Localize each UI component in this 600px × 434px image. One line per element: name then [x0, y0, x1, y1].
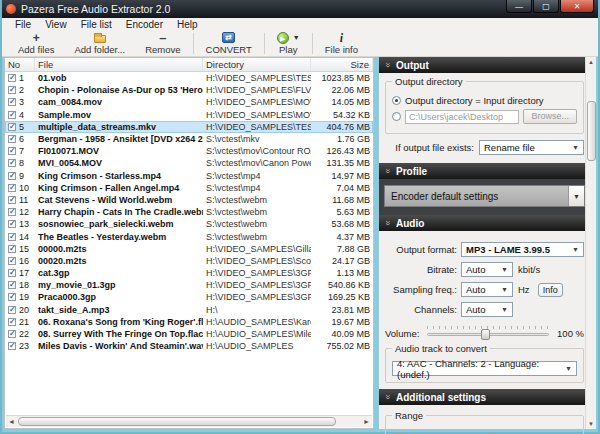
row-checkbox[interactable] — [8, 98, 16, 106]
bitrate-combo[interactable]: Auto ▼ — [461, 262, 513, 277]
menu-view[interactable]: View — [38, 19, 74, 30]
radio-same-directory[interactable] — [392, 96, 401, 105]
combo-arrow-icon[interactable]: ▼ — [568, 246, 583, 253]
menu-file-list[interactable]: File list — [74, 19, 119, 30]
table-row[interactable]: 3 cam_0084.mov H:\VIDEO_SAMPLES\MOV 14.0… — [5, 96, 373, 108]
section-header-profile[interactable]: » Profile — [379, 163, 590, 179]
row-checkbox[interactable] — [8, 184, 16, 192]
combo-arrow-icon[interactable]: ▼ — [497, 266, 512, 273]
row-checkbox[interactable] — [8, 147, 16, 155]
row-checkbox[interactable] — [8, 135, 16, 143]
collapse-chevron-icon[interactable]: » — [383, 394, 393, 399]
horizontal-scrollbar[interactable]: ◄ ► — [6, 415, 372, 427]
convert-button[interactable]: ⇄ CONVERT — [196, 31, 262, 56]
row-checkbox[interactable] — [8, 196, 16, 204]
table-row[interactable]: 14 The Beatles - Yesterday.webm S:\vctes… — [5, 230, 373, 242]
column-header-size[interactable]: Size — [311, 58, 373, 71]
table-row[interactable]: 1 01.vob H:\VIDEO_SAMPLES\TEST_FILES 102… — [5, 72, 373, 84]
close-button[interactable]: ✕ — [560, 0, 594, 13]
add-folder-button[interactable]: Add folder... — [64, 31, 135, 56]
info-button[interactable]: Info — [538, 283, 563, 297]
table-row[interactable]: 6 Bergman - 1958 - Ansiktet [DVD x264 21… — [5, 133, 373, 145]
add-files-button[interactable]: + Add files — [8, 31, 64, 56]
column-header-no[interactable]: No — [5, 58, 35, 71]
scroll-down-icon[interactable]: ▼ — [588, 419, 594, 429]
row-checkbox[interactable] — [8, 233, 16, 241]
table-row[interactable]: 20 takt_side_A.mp3 H:\ 23.81 MB — [5, 304, 373, 316]
slider-thumb[interactable] — [481, 329, 490, 340]
combo-arrow-icon[interactable]: ▼ — [568, 144, 583, 151]
menu-help[interactable]: Help — [170, 19, 205, 30]
row-checkbox[interactable] — [8, 220, 16, 228]
table-row[interactable]: 13 sosnowiec_park_sielecki.webm S:\vctes… — [5, 218, 373, 230]
menu-encoder[interactable]: Encoder — [119, 19, 170, 30]
output-path-field[interactable]: C:\Users\jacek\Desktop — [405, 110, 519, 124]
combo-arrow-icon[interactable]: ▼ — [561, 365, 576, 372]
collapse-chevron-icon[interactable]: » — [383, 168, 393, 173]
row-checkbox[interactable] — [8, 257, 16, 265]
play-button[interactable]: ▶ ▼ Play — [267, 31, 310, 56]
channels-combo[interactable]: Auto ▼ — [461, 302, 513, 317]
volume-slider[interactable] — [427, 326, 549, 340]
column-header-file[interactable]: File — [35, 58, 203, 71]
table-row[interactable]: 5 multiple_data_streams.mkv H:\VIDEO_SAM… — [5, 121, 373, 133]
row-checkbox[interactable] — [8, 281, 16, 289]
row-checkbox[interactable] — [8, 208, 16, 216]
combo-arrow-icon[interactable]: ▼ — [497, 306, 512, 313]
table-row[interactable]: 8 MVI_0054.MOV S:\vctest\mov\Canon Power… — [5, 157, 373, 169]
menu-file[interactable]: File — [8, 19, 38, 30]
row-checkbox[interactable] — [8, 342, 16, 350]
section-header-additional[interactable]: » Additional settings — [379, 389, 590, 405]
table-row[interactable]: 22 08. Surrey With The Fringe On Top.fla… — [5, 328, 373, 340]
table-row[interactable]: 16 00020.m2ts H:\VIDEO_SAMPLES\Scott - 1… — [5, 255, 373, 267]
scroll-left-icon[interactable]: ◄ — [6, 418, 17, 425]
exists-action-combo[interactable]: Rename file ▼ — [479, 140, 584, 155]
row-checkbox[interactable] — [8, 330, 16, 338]
scroll-up-icon[interactable]: ▲ — [588, 57, 594, 67]
row-checkbox[interactable] — [8, 123, 16, 131]
horizontal-scroll-thumb[interactable] — [18, 417, 336, 426]
combo-arrow-icon[interactable]: ▼ — [568, 186, 584, 206]
column-header-directory[interactable]: Directory — [203, 58, 311, 71]
combo-arrow-icon[interactable]: ▼ — [497, 286, 512, 293]
table-row[interactable]: 15 00000.m2ts H:\VIDEO_SAMPLES\Gillam, J… — [5, 243, 373, 255]
profile-combo[interactable]: Encoder default settings ▼ — [384, 185, 585, 207]
table-row[interactable]: 17 cat.3gp H:\VIDEO_SAMPLES\3GP 1.13 MB — [5, 267, 373, 279]
minimize-button[interactable]: — — [506, 0, 532, 13]
table-row[interactable]: 2 Chopin - Polonaise As-Dur op 53 'Heroi… — [5, 84, 373, 96]
browse-button[interactable]: Browse... — [523, 109, 577, 124]
play-dropdown-icon[interactable]: ▼ — [293, 34, 300, 41]
table-row[interactable]: 19 Praca000.3gp H:\VIDEO_SAMPLES\3GP 169… — [5, 291, 373, 303]
section-header-output[interactable]: » Output — [379, 57, 590, 73]
file-info-button[interactable]: i File info — [315, 31, 368, 56]
radio-custom-directory[interactable] — [392, 112, 401, 121]
row-checkbox[interactable] — [8, 269, 16, 277]
scroll-right-icon[interactable]: ► — [361, 418, 372, 425]
row-checkbox[interactable] — [8, 111, 16, 119]
maximize-button[interactable]: ▢ — [533, 0, 559, 13]
vertical-scroll-thumb[interactable] — [587, 101, 596, 161]
table-row[interactable]: 18 my_movie_01.3gp H:\VIDEO_SAMPLES\3GP … — [5, 279, 373, 291]
output-format-combo[interactable]: MP3 - LAME 3.99.5 ▼ — [461, 242, 584, 257]
vertical-scrollbar[interactable]: ▲ ▼ — [585, 57, 596, 429]
table-row[interactable]: 4 Sample.mov H:\VIDEO_SAMPLES\MOV 54.32 … — [5, 109, 373, 121]
row-checkbox[interactable] — [8, 318, 16, 326]
row-checkbox[interactable] — [8, 306, 16, 314]
table-row[interactable]: 11 Cat Stevens - Wild World.webm S:\vcte… — [5, 194, 373, 206]
remove-button[interactable]: – Remove — [135, 31, 190, 56]
table-row[interactable]: 12 Harry Chapin - Cats In The Cradle.web… — [5, 206, 373, 218]
row-checkbox[interactable] — [8, 172, 16, 180]
section-header-audio[interactable]: » Audio — [379, 215, 590, 231]
table-row[interactable]: 23 Miles Davis - Workin' And Steamin'.wa… — [5, 340, 373, 352]
sampling-freq-combo[interactable]: Auto ▼ — [461, 282, 513, 297]
row-checkbox[interactable] — [8, 86, 16, 94]
table-row[interactable]: 21 06. Roxana's Song from 'King Roger'.f… — [5, 316, 373, 328]
collapse-chevron-icon[interactable]: » — [383, 62, 393, 67]
table-row[interactable]: 9 King Crimson - Starless.mp4 S:\vctest\… — [5, 170, 373, 182]
audio-track-combo[interactable]: 4: AAC - Channels: 2 - Language: (undef.… — [392, 361, 577, 376]
row-checkbox[interactable] — [8, 74, 16, 82]
row-checkbox[interactable] — [8, 245, 16, 253]
row-checkbox[interactable] — [8, 293, 16, 301]
table-row[interactable]: 10 King Crimson - Fallen Angel.mp4 S:\vc… — [5, 182, 373, 194]
collapse-chevron-icon[interactable]: » — [383, 220, 393, 225]
